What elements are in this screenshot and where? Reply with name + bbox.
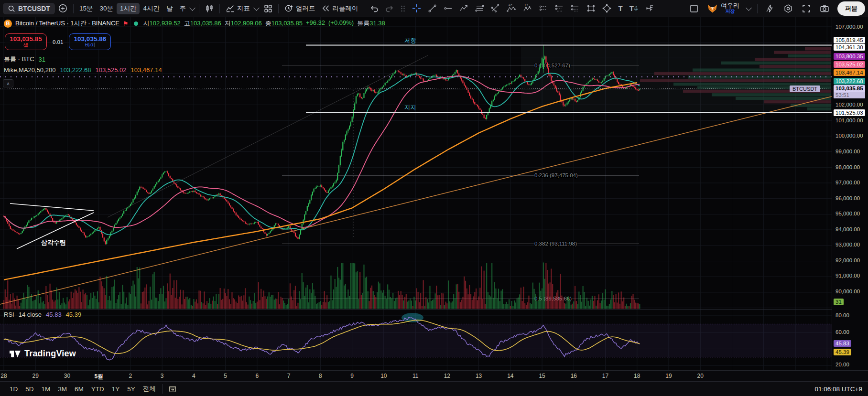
buy-button[interactable]: 103,035.86 바이 bbox=[69, 33, 111, 50]
range-ytd-button[interactable]: YTD bbox=[87, 384, 108, 394]
market-status-icon[interactable] bbox=[134, 21, 138, 26]
redo-button[interactable] bbox=[382, 3, 397, 14]
range-5y-button[interactable]: 5Y bbox=[123, 384, 139, 394]
timeframe-1d[interactable]: 날 bbox=[163, 3, 176, 14]
publish-button[interactable]: 퍼블 bbox=[837, 1, 865, 16]
undo-button[interactable] bbox=[367, 3, 382, 14]
short-position-tool-button[interactable] bbox=[552, 2, 567, 14]
drawing-toolbar-collapse-button[interactable]: ∧ bbox=[3, 79, 13, 87]
time-axis-label: 18 bbox=[634, 373, 640, 379]
time-axis[interactable]: 2829305월234567891011121314151617181920 bbox=[0, 370, 868, 382]
timeframe-30m[interactable]: 30분 bbox=[96, 3, 117, 14]
horizontal-ray-tool-button[interactable] bbox=[440, 2, 456, 14]
price-axis-label: 80.00 bbox=[834, 312, 851, 319]
price-axis-label: 94,000.00 bbox=[834, 226, 862, 233]
snapshot-button[interactable] bbox=[816, 2, 833, 15]
elliott-wave-tool-button[interactable]: 1 5 bbox=[520, 2, 536, 14]
price-axis[interactable]: 107,000.00105,819.45104,361.30103,800.35… bbox=[832, 17, 868, 381]
ma200-value: 103,467.14 bbox=[131, 66, 162, 74]
trend-line-icon bbox=[428, 4, 437, 13]
pitchfork-tool-button[interactable] bbox=[488, 2, 503, 14]
lightning-icon bbox=[765, 4, 775, 13]
compare-add-button[interactable] bbox=[55, 2, 71, 14]
fullscreen-button[interactable] bbox=[798, 2, 814, 15]
timeframe-menu-chevron-icon[interactable] bbox=[189, 5, 195, 11]
xabcd-pattern-icon: A C bbox=[507, 4, 516, 13]
symbol-title[interactable]: Bitcoin / TetherUS · 1시간 · BINANCE bbox=[15, 19, 119, 28]
replay-button[interactable]: 리플레이 bbox=[318, 3, 361, 14]
volume-profile-row bbox=[721, 62, 831, 64]
symbol-search-button[interactable]: BTCUSDT bbox=[3, 3, 55, 14]
rsi-value: 45.83 bbox=[46, 311, 62, 318]
long-position-tool-button[interactable] bbox=[536, 2, 552, 14]
price-axis-label: 104,361.30 bbox=[834, 44, 865, 51]
sell-button[interactable]: 103,035.85 셀 bbox=[5, 33, 47, 50]
tradingview-logo-icon bbox=[10, 349, 21, 359]
open-value: 102,939.52 bbox=[150, 20, 181, 27]
indicator-templates-button[interactable] bbox=[260, 3, 276, 14]
text-tool-button[interactable]: T bbox=[615, 3, 626, 14]
low-label: 저 bbox=[225, 20, 231, 27]
info-line-tool-button[interactable] bbox=[456, 2, 472, 14]
crosshair-tool-button[interactable] bbox=[409, 2, 424, 14]
ma-study-legend[interactable]: Mike,MA20,50,200 103,222.68 103,525.02 1… bbox=[4, 66, 162, 74]
drawing-dock-handle[interactable] bbox=[397, 4, 409, 13]
rsi-study-legend[interactable]: RSI 14 close 45.83 45.39 bbox=[4, 311, 81, 318]
watchlist-panel-button[interactable] bbox=[686, 2, 702, 15]
time-axis-label: 2 bbox=[129, 373, 132, 379]
anchored-text-tool-button[interactable]: T⚓ bbox=[626, 3, 642, 14]
time-axis-label: 28 bbox=[0, 373, 7, 379]
range-5d-button[interactable]: 5D bbox=[22, 384, 37, 394]
timeframe-1w[interactable]: 주 bbox=[176, 3, 189, 14]
trendline-tool-button[interactable] bbox=[424, 2, 440, 14]
volume-study-legend[interactable]: 볼륨 · BTC 31 bbox=[4, 55, 45, 64]
info-line-icon bbox=[459, 4, 468, 13]
price-axis-label: 91,000.00 bbox=[834, 272, 862, 279]
spread-value: 0.01 bbox=[53, 39, 63, 45]
volume-profile-row bbox=[736, 97, 831, 100]
account-button[interactable]: 여우리 저장 bbox=[704, 1, 744, 16]
settings-button[interactable] bbox=[780, 2, 796, 15]
range-1y-button[interactable]: 1Y bbox=[108, 384, 124, 394]
clock-utc[interactable]: 01:06:08 UTC+9 bbox=[815, 385, 862, 393]
indicators-menu-chevron-icon[interactable] bbox=[253, 5, 260, 11]
date-range-tool-button[interactable] bbox=[567, 2, 583, 14]
timeframe-1h[interactable]: 1시간 bbox=[117, 3, 140, 14]
quick-actions-button[interactable] bbox=[762, 2, 778, 15]
timeframe-15m[interactable]: 15분 bbox=[76, 3, 97, 14]
toolbar-right-group: 여우리 저장 퍼블 bbox=[686, 1, 865, 16]
trendline-orange bbox=[0, 96, 832, 304]
range-all-button[interactable]: 전체 bbox=[139, 383, 160, 395]
price-axis-label: 105,819.45 bbox=[834, 37, 865, 43]
rotated-rectangle-tool-button[interactable] bbox=[599, 2, 615, 14]
xabcd-pattern-tool-button[interactable]: A C bbox=[503, 2, 520, 14]
parallel-channel-icon bbox=[475, 4, 484, 13]
flag-icon[interactable]: ⚑ bbox=[123, 20, 129, 27]
time-axis-label: 3 bbox=[161, 373, 164, 379]
rectangle-tool-button[interactable] bbox=[583, 2, 599, 14]
timeframe-4h[interactable]: 4시간 bbox=[140, 3, 163, 14]
range-1d-button[interactable]: 1D bbox=[6, 384, 22, 394]
tradingview-watermark[interactable]: TradingView bbox=[10, 349, 76, 359]
search-icon bbox=[8, 5, 15, 12]
high-label: 고 bbox=[184, 20, 190, 27]
parallel-channel-tool-button[interactable] bbox=[472, 2, 488, 14]
toolbar-divider bbox=[219, 4, 220, 13]
volume-study-label: 볼륨 · BTC bbox=[4, 55, 34, 64]
range-3m-button[interactable]: 3M bbox=[54, 384, 71, 394]
volume-profile-row bbox=[788, 54, 831, 57]
indicators-icon bbox=[226, 4, 235, 12]
fib-label: 0 (104,527.67) bbox=[534, 63, 570, 68]
range-1m-button[interactable]: 1M bbox=[38, 384, 54, 394]
account-menu-chevron-icon[interactable] bbox=[746, 5, 752, 11]
price-axis-label: 100,000.00 bbox=[834, 132, 865, 139]
goto-date-button[interactable] bbox=[165, 383, 180, 395]
range-6m-button[interactable]: 6M bbox=[71, 384, 87, 394]
indicators-button[interactable]: 지표 bbox=[222, 3, 253, 14]
price-note-tool-button[interactable] bbox=[642, 2, 658, 14]
chart-style-button[interactable] bbox=[202, 3, 217, 14]
alert-button[interactable]: 얼러트 bbox=[281, 2, 319, 14]
close-value: 103,035.85 bbox=[271, 20, 303, 27]
rsi-ma-value: 45.39 bbox=[66, 311, 82, 318]
time-axis-label: 30 bbox=[64, 373, 70, 379]
